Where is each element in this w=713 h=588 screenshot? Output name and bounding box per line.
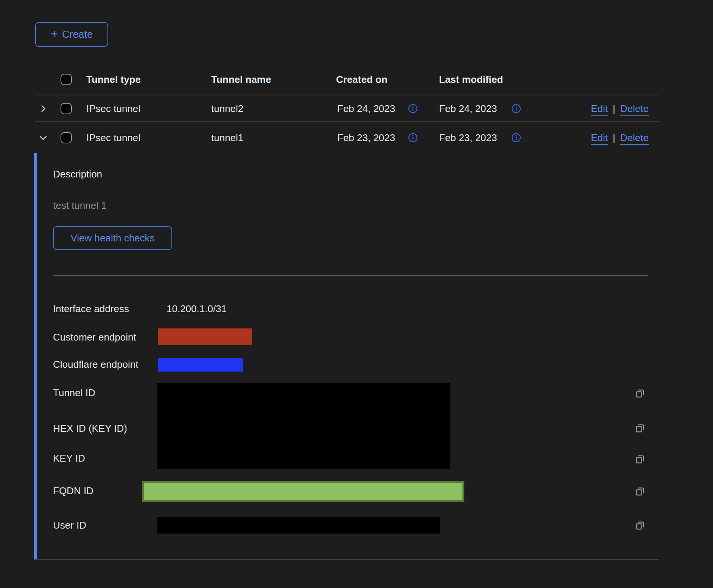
edit-link[interactable]: Edit	[591, 132, 608, 144]
view-health-checks-button[interactable]: View health checks	[53, 226, 172, 250]
row-tunnel-name: tunnel1	[211, 132, 243, 144]
expanded-tunnel-details: Description test tunnel 1 View health ch…	[34, 153, 659, 560]
delete-link[interactable]: Delete	[620, 132, 649, 144]
delete-link[interactable]: Delete	[620, 103, 649, 114]
cloudflare-endpoint-label: Cloudflare endpoint	[53, 359, 139, 370]
row-tunnel-type: IPsec tunnel	[86, 132, 140, 144]
table-row: IPsec tunnel tunnel2 Feb 24, 2023 Feb 24…	[35, 95, 659, 122]
row-tunnel-name: tunnel2	[211, 103, 243, 114]
table-header-row: Tunnel type Tunnel name Created on Last …	[35, 64, 659, 95]
key-id-label: KEY ID	[53, 453, 85, 464]
section-divider	[53, 275, 648, 275]
user-id-label: User ID	[53, 520, 86, 531]
description-value: test tunnel 1	[53, 200, 107, 212]
row-last-modified: Feb 23, 2023	[439, 132, 497, 144]
chevron-right-icon[interactable]	[38, 103, 49, 114]
row-checkbox[interactable]	[61, 103, 72, 114]
create-button[interactable]: + Create	[35, 22, 108, 47]
create-button-label: Create	[62, 29, 93, 40]
header-tunnel-name: Tunnel name	[211, 74, 271, 86]
copy-icon[interactable]	[634, 485, 646, 498]
customer-endpoint-label: Customer endpoint	[53, 331, 136, 343]
copy-icon[interactable]	[634, 520, 646, 532]
edit-link[interactable]: Edit	[591, 103, 608, 114]
header-created-on: Created on	[336, 74, 388, 86]
copy-icon[interactable]	[634, 422, 646, 434]
tunnels-page: + Create Tunnel type Tunnel name Created…	[0, 0, 713, 588]
tunnel-id-label: Tunnel ID	[53, 387, 95, 399]
header-last-modified: Last modified	[439, 74, 503, 86]
customer-endpoint-redaction	[158, 328, 252, 345]
interface-address-value: 10.200.1.0/31	[167, 303, 227, 315]
row-created-on: Feb 23, 2023	[337, 132, 395, 144]
header-tunnel-type: Tunnel type	[86, 74, 141, 86]
plus-icon: +	[51, 28, 58, 40]
info-icon[interactable]	[511, 133, 521, 143]
row-checkbox[interactable]	[61, 132, 72, 143]
user-id-redaction	[157, 517, 440, 534]
cloudflare-endpoint-redaction	[158, 358, 243, 372]
copy-icon[interactable]	[634, 453, 646, 465]
hex-id-label: HEX ID (KEY ID)	[53, 423, 127, 434]
row-created-on: Feb 24, 2023	[337, 103, 395, 114]
info-icon[interactable]	[408, 133, 418, 143]
description-label: Description	[53, 168, 102, 180]
row-tunnel-type: IPsec tunnel	[86, 103, 140, 114]
ids-redaction	[157, 383, 450, 469]
interface-address-label: Interface address	[53, 303, 129, 315]
copy-icon[interactable]	[634, 387, 646, 400]
fqdn-id-redaction	[142, 481, 464, 502]
chevron-down-icon[interactable]	[38, 132, 49, 143]
actions-separator: |	[613, 103, 615, 114]
select-all-checkbox[interactable]	[61, 74, 72, 85]
row-last-modified: Feb 24, 2023	[439, 103, 497, 114]
fqdn-id-label: FQDN ID	[53, 485, 93, 497]
actions-separator: |	[613, 132, 615, 144]
info-icon[interactable]	[511, 104, 521, 114]
table-row: IPsec tunnel tunnel1 Feb 23, 2023 Feb 23…	[35, 122, 659, 153]
info-icon[interactable]	[408, 104, 418, 114]
